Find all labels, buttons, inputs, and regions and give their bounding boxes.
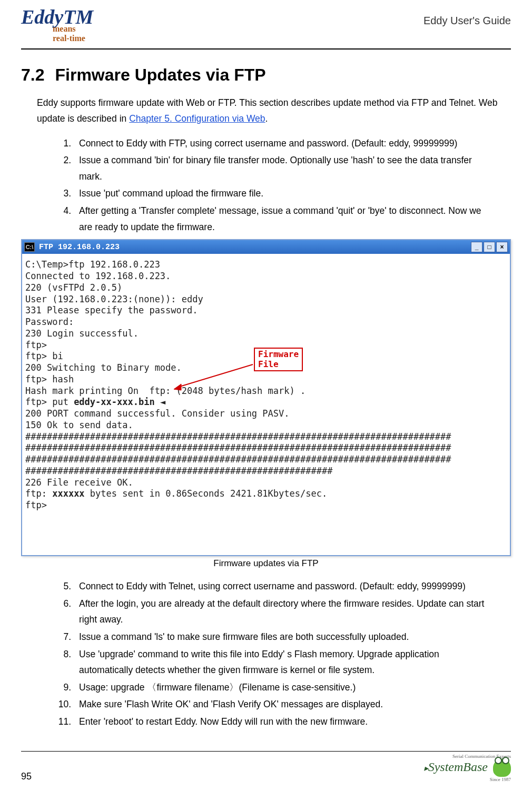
intro-paragraph: Eddy supports firmware update with Web o… xyxy=(37,95,511,127)
config-web-link[interactable]: Chapter 5. Configuration via Web xyxy=(129,113,265,124)
terminal-body: C:\Temp>ftp 192.168.0.223 Connected to 1… xyxy=(22,254,510,555)
frog-icon xyxy=(493,759,511,777)
step-item: Use 'upgrade' command to write this file… xyxy=(74,646,495,678)
step-item: Make sure 'Flash Write OK' and 'Flash Ve… xyxy=(74,696,495,713)
maximize-button[interactable]: □ xyxy=(484,242,495,252)
logo-subtext: meansreal-time xyxy=(53,24,125,43)
window-buttons: _ □ × xyxy=(471,242,508,252)
close-button[interactable]: × xyxy=(496,242,508,252)
step-item: Enter 'reboot' to restart Eddy. Now Eddy… xyxy=(74,714,495,730)
steps-list-b: Connect to Eddy with Telnet, using corre… xyxy=(21,578,495,730)
minimize-button[interactable]: _ xyxy=(471,242,482,252)
section-number: 7.2 xyxy=(21,65,44,84)
systembase-logo: Serial Communication Experts ▸SystemBase… xyxy=(424,754,511,782)
steps-list-a: Connect to Eddy with FTP, using correct … xyxy=(21,135,495,235)
sb-since: Since 1987 xyxy=(424,777,511,782)
svg-marker-1 xyxy=(174,384,181,390)
window-title: FTP 192.168.0.223 xyxy=(39,243,120,252)
step-item: Usage: upgrade 〈firmware filename〉(Filen… xyxy=(74,679,495,696)
window-titlebar: C:\ FTP 192.168.0.223 _ □ × xyxy=(22,240,510,254)
firmware-file-callout: Firmware File xyxy=(254,348,303,371)
step-item: Issue a command 'bin' for binary file tr… xyxy=(74,152,495,184)
terminal-window: C:\ FTP 192.168.0.223 _ □ × C:\Temp>ftp … xyxy=(21,239,511,556)
cmd-icon: C:\ xyxy=(24,242,35,252)
guide-title: Eddy User's Guide xyxy=(423,15,511,27)
callout-arrow-icon xyxy=(174,362,258,393)
step-item: After the login, you are already at the … xyxy=(74,596,495,628)
sb-name: SystemBase xyxy=(428,759,488,773)
section-heading: 7.2Firmware Updates via FTP xyxy=(21,65,511,85)
logo-block: EddyTM meansreal-time xyxy=(21,5,93,47)
page-number: 95 xyxy=(21,771,32,782)
firmware-filename: eddy-xx-xxx.bin xyxy=(74,397,155,407)
page-footer: 95 Serial Communication Experts ▸SystemB… xyxy=(21,751,511,782)
svg-line-0 xyxy=(178,364,253,387)
step-item: After getting a 'Transfer complete' mess… xyxy=(74,203,495,235)
terminal-figure: C:\ FTP 192.168.0.223 _ □ × C:\Temp>ftp … xyxy=(21,239,511,556)
step-item: Connect to Eddy with Telnet, using corre… xyxy=(74,578,495,595)
step-item: Issue a command 'ls' to make sure firmwa… xyxy=(74,629,495,645)
step-item: Connect to Eddy with FTP, using correct … xyxy=(74,135,495,152)
page-header: EddyTM meansreal-time Eddy User's Guide xyxy=(21,5,511,50)
figure-caption: Firmware updates via FTP xyxy=(21,558,511,569)
step-item: Issue 'put' command upload the firmware … xyxy=(74,185,495,202)
section-title: Firmware Updates via FTP xyxy=(55,65,265,84)
